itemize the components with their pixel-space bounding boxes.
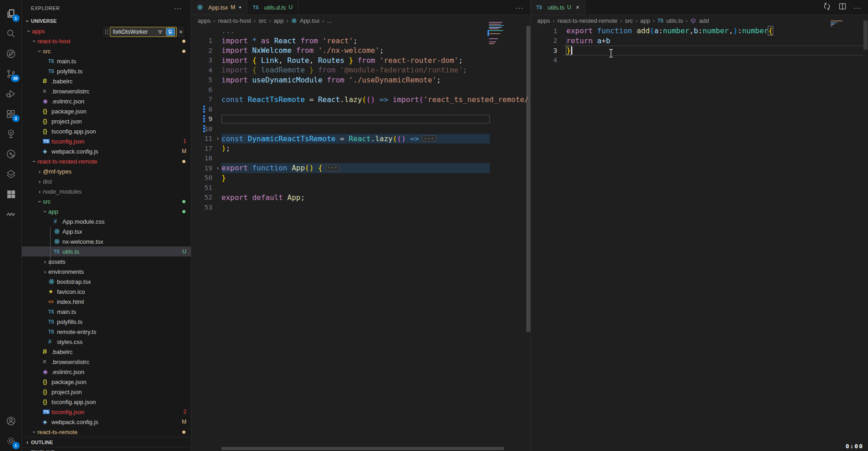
activity-bar-item-files[interactable]: 1 <box>0 4 22 24</box>
tree-item-App.module.css[interactable]: #App.module.css <box>22 216 191 226</box>
activity-bar-item-account[interactable] <box>0 411 22 431</box>
tree-item-app[interactable]: ›app <box>22 206 191 216</box>
explorer-more-actions-button[interactable]: ··· <box>170 5 185 12</box>
folded-code-ellipsis[interactable]: ··· <box>325 165 340 171</box>
tree-item-.babelrc[interactable]: B.babelrc <box>22 76 191 86</box>
folded-code-ellipsis[interactable]: ··· <box>422 135 437 142</box>
outline-section-header[interactable]: › OUTLINE <box>22 437 191 447</box>
tree-item-.browserslistrc[interactable]: ≡.browserslistrc <box>22 86 191 96</box>
activity-bar-item-waves[interactable] <box>0 204 22 224</box>
close-icon[interactable]: × <box>576 4 580 11</box>
tree-item-@mf-types[interactable]: ›@mf-types <box>22 166 191 176</box>
vertical-scrollbar-right-editor[interactable] <box>863 20 868 50</box>
code-line-1[interactable]: 1import * as React from 'react'; <box>191 36 530 46</box>
workspace-section-header[interactable]: › UNIVERSE <box>22 16 191 26</box>
activity-bar-item-circle-branch[interactable] <box>0 44 22 64</box>
tree-item-src[interactable]: ›src <box>22 196 191 206</box>
tab-utils.d.ts[interactable]: TSutils.d.tsU <box>247 0 298 15</box>
breadcrumb-item-add[interactable]: add <box>690 17 709 24</box>
code-line-3[interactable]: 3} <box>531 46 868 56</box>
code-line-51[interactable]: 51 <box>191 183 530 193</box>
tree-item-.browserslistrc[interactable]: ≡.browserslistrc <box>22 357 191 367</box>
tree-item-.eslintrc.json[interactable]: ◉.eslintrc.json <box>22 96 191 106</box>
code-line-52[interactable]: 52export default App; <box>191 193 530 203</box>
tree-item-package.json[interactable]: {}package.json <box>22 106 191 116</box>
horizontal-scrollbar-left-editor[interactable] <box>221 447 504 450</box>
tree-item-package.json[interactable]: {}package.json <box>22 377 191 387</box>
tree-item-react-ts-remote[interactable]: ›react-ts-remote <box>22 427 191 437</box>
tree-item-.eslintrc.json[interactable]: ◉.eslintrc.json <box>22 367 191 377</box>
code-line-9[interactable]: 9 <box>191 114 530 124</box>
tree-item-webpack.config.js[interactable]: ◈webpack.config.jsM <box>22 417 191 427</box>
activity-bar-item-settings-gear[interactable]: 1 <box>0 431 22 451</box>
tree-filter-input[interactable] <box>113 29 155 35</box>
breadcrumb-item-react-ts-host[interactable]: react-ts-host <box>218 17 251 24</box>
breadcrumb-item-utils.ts[interactable]: TSutils.ts <box>657 17 683 24</box>
tree-item-main.ts[interactable]: TSmain.ts <box>22 56 191 66</box>
code-line-11[interactable]: 11›const DynamicReactTsRemote = React.la… <box>191 134 530 144</box>
tab-utils.ts[interactable]: TSutils.tsU× <box>531 0 586 15</box>
code-line-hint[interactable]: ... <box>191 26 530 36</box>
filter-lines-icon[interactable] <box>156 28 165 36</box>
breadcrumb-item-src[interactable]: src <box>625 17 632 24</box>
code-line-7[interactable]: 7const ReactTsRemote = React.lazy(() => … <box>191 95 530 105</box>
activity-bar-item-search[interactable] <box>0 24 22 44</box>
tree-item-styles.css[interactable]: #styles.css <box>22 337 191 347</box>
tree-item-react-ts-nested-remote[interactable]: ›react-ts-nested-remote <box>22 156 191 166</box>
breadcrumb-item-apps[interactable]: apps <box>198 17 211 24</box>
tree-item-polyfills.ts[interactable]: TSpolyfills.ts <box>22 66 191 76</box>
code-line-53[interactable]: 53 <box>191 202 530 212</box>
fold-chevron-icon[interactable]: › <box>216 165 219 171</box>
fuzzy-search-toggle[interactable] <box>166 28 175 36</box>
tree-item-environments[interactable]: ›environments <box>22 266 191 277</box>
code-editor-left[interactable]: ...1import * as React from 'react';2impo… <box>191 26 530 451</box>
tree-item-bootstrap.tsx[interactable]: bootstrap.tsx <box>22 277 191 287</box>
activity-bar-item-grid[interactable] <box>0 184 22 204</box>
minimap-left[interactable] <box>489 22 506 45</box>
tree-item-remote-entry.ts[interactable]: TSremote-entry.ts <box>22 327 191 337</box>
tree-item-assets[interactable]: ›assets <box>22 256 191 266</box>
code-line-8[interactable]: 8 <box>191 104 530 114</box>
code-line-4[interactable]: 4 <box>531 56 868 66</box>
code-line-17[interactable]: 17); <box>191 144 530 154</box>
code-line-4[interactable]: 4import { loadRemote } from '@module-fed… <box>191 65 530 75</box>
filter-close-icon[interactable]: × <box>179 28 183 36</box>
tree-item-tsconfig.json[interactable]: TStsconfig.json1 <box>22 136 191 146</box>
code-line-18[interactable]: 18 <box>191 154 530 164</box>
tree-item-project.json[interactable]: {}project.json <box>22 387 191 397</box>
tree-item-nx-welcome.tsx[interactable]: nx-welcome.tsx <box>22 236 191 246</box>
sync-icon[interactable] <box>822 2 832 13</box>
code-line-10[interactable]: 10 <box>191 124 530 134</box>
tree-item-src[interactable]: ›src <box>22 46 191 56</box>
code-line-50[interactable]: 50} <box>191 173 530 183</box>
code-editor-right[interactable]: 1export function add(a:number,b:number,)… <box>531 26 868 451</box>
code-line-6[interactable]: 6 <box>191 85 530 95</box>
breadcrumb-item-...[interactable]: ... <box>327 17 332 24</box>
breadcrumb-item-app[interactable]: app <box>640 17 650 24</box>
tree-item-favicon.ico[interactable]: ★favicon.ico <box>22 287 191 297</box>
tree-item-tsconfig.app.json[interactable]: {}tsconfig.app.json <box>22 397 191 407</box>
breadcrumb-item-app[interactable]: app <box>274 17 284 24</box>
minimap-right[interactable] <box>831 20 851 27</box>
more-actions-icon[interactable]: ··· <box>853 4 862 11</box>
more-actions-icon[interactable]: ··· <box>515 4 524 11</box>
breadcrumb-item-apps[interactable]: apps <box>537 17 550 24</box>
fold-chevron-icon[interactable]: › <box>216 135 219 142</box>
activity-bar-item-layers[interactable] <box>0 164 22 184</box>
tree-item-.babelrc[interactable]: B.babelrc <box>22 347 191 357</box>
tree-item-tsconfig.json[interactable]: TStsconfig.json2 <box>22 407 191 417</box>
breadcrumb-item-src[interactable]: src <box>258 17 266 24</box>
drag-grip-icon[interactable] <box>105 29 108 35</box>
activity-bar-item-source-control[interactable]: 38 <box>0 64 22 84</box>
code-line-1[interactable]: 1export function add(a:number,b:number,)… <box>531 26 868 36</box>
code-line-3[interactable]: 3import { Link, Route, Routes } from 're… <box>191 56 530 66</box>
tree-item-utils.ts[interactable]: TSutils.tsU <box>22 246 191 256</box>
code-line-2[interactable]: 2return a+b <box>531 36 868 46</box>
code-line-2[interactable]: 2import NxWelcome from './nx-welcome'; <box>191 46 530 56</box>
tree-item-tsconfig.app.json[interactable]: {}tsconfig.app.json <box>22 126 191 136</box>
dirty-dot-icon[interactable]: ● <box>239 5 241 10</box>
activity-bar-item-run-debug[interactable] <box>0 84 22 104</box>
tree-item-main.ts[interactable]: TSmain.ts <box>22 307 191 317</box>
tree-item-webpack.config.js[interactable]: ◈webpack.config.jsM <box>22 146 191 156</box>
tree-item-node_modules[interactable]: ›node_modules <box>22 186 191 196</box>
